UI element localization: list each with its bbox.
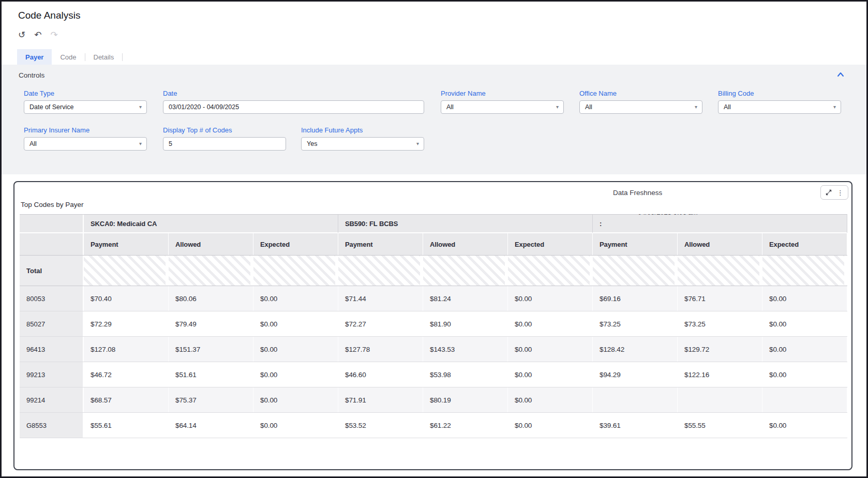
cell-value: $53.98	[423, 362, 508, 387]
display-top-of-codes-input[interactable]: 5	[163, 137, 286, 151]
row-label: 96413	[20, 337, 84, 362]
filter-value: 5	[169, 140, 172, 147]
filter-label: Include Future Appts	[301, 126, 424, 134]
filter-label: Date	[163, 89, 424, 97]
filter-date: Date03/01/2020 - 04/09/2025	[163, 89, 424, 114]
cell-value: $0.00	[508, 413, 593, 438]
filter-label: Provider Name	[441, 89, 564, 97]
filter-provider-name: Provider NameAll▾	[441, 89, 564, 114]
table-row: 96413$127.08$151.37$0.00$127.78$143.53$0…	[20, 337, 847, 362]
undo-icon[interactable]: ↶	[34, 31, 41, 39]
filter-display-top-of-codes: Display Top # of Codes5	[163, 126, 286, 151]
dropdown-caret-icon: ▾	[139, 141, 142, 146]
toolbar: ↺↶↷	[18, 31, 58, 39]
primary-insurer-name-dropdown[interactable]: All▾	[24, 137, 147, 151]
filter-include-future-appts: Include Future ApptsYes▾	[301, 126, 424, 151]
data-freshness-label: Data Freshness	[613, 189, 662, 197]
cell-value: $0.00	[253, 362, 338, 387]
cell-value	[678, 256, 762, 286]
filter-value: All	[29, 140, 37, 147]
table-row: 80053$70.40$80.06$0.00$71.44$81.24$0.00$…	[20, 286, 847, 311]
cell-value	[338, 256, 423, 286]
controls-section: Controls Date TypeDate of Service▾Date03…	[2, 65, 866, 174]
cell-value: $0.00	[762, 362, 847, 387]
filter-label: Primary Insurer Name	[24, 126, 147, 134]
provider-name-dropdown[interactable]: All▾	[441, 100, 564, 114]
date-input[interactable]: 03/01/2020 - 04/09/2025	[163, 100, 424, 114]
dropdown-caret-icon: ▾	[139, 104, 142, 110]
cell-value: $72.29	[84, 311, 169, 336]
cell-value: $129.72	[678, 337, 762, 362]
cell-value	[678, 387, 762, 412]
metric-header: Payment	[84, 233, 169, 255]
cell-value: $122.16	[678, 362, 762, 387]
kebab-menu-icon[interactable]: ⋮	[837, 189, 844, 196]
cell-value: $73.25	[678, 311, 762, 336]
payer-group-header: SKCA0: Medicaid CA	[84, 215, 338, 233]
cell-value: $127.78	[338, 337, 423, 362]
filter-date-type: Date TypeDate of Service▾	[24, 89, 147, 114]
metric-header: Payment	[338, 233, 423, 255]
cell-value	[253, 256, 338, 286]
tab-code[interactable]: Code	[52, 49, 84, 65]
cell-value: $64.14	[169, 413, 253, 438]
cell-value	[762, 256, 847, 286]
row-label: 99213	[20, 362, 84, 387]
cell-value: $76.71	[678, 286, 762, 311]
cell-value: $0.00	[508, 362, 593, 387]
reset-icon[interactable]: ↺	[18, 31, 25, 39]
chevron-up-icon	[836, 71, 845, 78]
table-corner-cell	[20, 233, 84, 255]
cell-value: $0.00	[762, 311, 847, 336]
cell-value: $71.44	[338, 286, 423, 311]
table-row: Total	[20, 255, 847, 286]
top-codes-table: SKCA0: Medicaid CASB590: FL BCBS:Payment…	[20, 214, 847, 438]
dropdown-caret-icon: ▾	[695, 104, 697, 110]
dropdown-caret-icon: ▾	[833, 104, 836, 110]
filter-value: All	[724, 103, 731, 111]
cell-value: $51.61	[169, 362, 253, 387]
filter-value: Yes	[307, 140, 317, 147]
date-type-dropdown[interactable]: Date of Service▾	[24, 100, 147, 114]
cell-value: $73.25	[593, 311, 678, 336]
billing-code-dropdown[interactable]: All▾	[718, 100, 841, 114]
cell-value: $0.00	[508, 337, 593, 362]
filter-billing-code: Billing CodeAll▾	[718, 89, 841, 114]
table-corner-cell	[20, 215, 84, 233]
cell-value: $0.00	[762, 286, 847, 311]
cell-value: $0.00	[253, 413, 338, 438]
filter-value: Date of Service	[29, 103, 73, 111]
expand-widget-button[interactable]	[825, 189, 832, 196]
table-row: 99213$46.72$51.61$0.00$46.60$53.98$0.00$…	[20, 362, 847, 387]
app-window: Code Analysis ↺↶↷ Payer Code Details Con…	[0, 0, 868, 478]
tab-details[interactable]: Details	[85, 49, 123, 65]
row-label: G8553	[20, 413, 84, 438]
cell-value: $0.00	[762, 337, 847, 362]
cell-value: $0.00	[762, 413, 847, 438]
office-name-dropdown[interactable]: All▾	[579, 100, 702, 114]
widget-title: Top Codes by Payer	[21, 201, 84, 208]
row-label: 80053	[20, 286, 84, 311]
tab-payer[interactable]: Payer	[17, 49, 52, 65]
cell-value: $94.29	[593, 362, 678, 387]
filter-value: 03/01/2020 - 04/09/2025	[169, 103, 239, 111]
cell-value: $71.91	[338, 387, 423, 412]
cell-value: $0.00	[253, 387, 338, 412]
cell-value: $69.16	[593, 286, 678, 311]
cell-value: $79.49	[169, 311, 253, 336]
cell-value: $46.72	[84, 362, 169, 387]
cell-value: $72.27	[338, 311, 423, 336]
cell-value: $0.00	[253, 311, 338, 336]
row-label: 85027	[20, 311, 84, 336]
cell-value: $53.52	[338, 413, 423, 438]
include-future-appts-dropdown[interactable]: Yes▾	[301, 137, 424, 151]
tab-bar: Payer Code Details	[17, 49, 123, 65]
filter-primary-insurer-name: Primary Insurer NameAll▾	[24, 126, 147, 151]
cell-value: $61.22	[423, 413, 508, 438]
metric-header: Expected	[762, 233, 847, 255]
cell-value: $46.60	[338, 362, 423, 387]
redaction-overlay	[610, 196, 741, 214]
collapse-controls-button[interactable]	[836, 71, 846, 79]
controls-title: Controls	[19, 71, 44, 79]
cell-value: $55.55	[678, 413, 762, 438]
